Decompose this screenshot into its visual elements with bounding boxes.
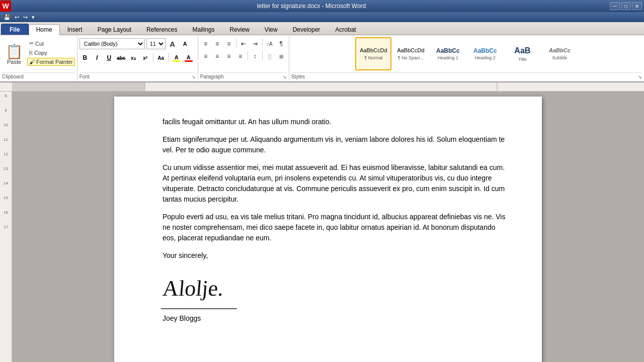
clipboard-group: 📋 Paste ✂ Cut ⎘ Copy 🖌 Format Painter (0, 36, 77, 80)
style-title[interactable]: AaB Title (504, 37, 540, 70)
subscript-button[interactable]: x₂ (128, 52, 139, 63)
undo-quick-btn[interactable]: ↩ (13, 14, 21, 21)
paragraph-group-label: Paragraph ↘ (200, 72, 287, 80)
highlight-color (173, 60, 181, 62)
font-grow-button[interactable]: A (167, 38, 178, 49)
styles-gallery: AaBbCcDd ¶ Normal AaBbCcDd ¶ No Spaci...… (355, 37, 578, 70)
ribbon: 📋 Paste ✂ Cut ⎘ Copy 🖌 Format Painter (0, 35, 644, 82)
style-subtitle[interactable]: AaBbCc Subtitle (541, 37, 578, 70)
style-subtitle-label: Subtitle (552, 55, 567, 60)
shading-button[interactable]: ░ (264, 51, 275, 62)
style-normal[interactable]: AaBbCcDd ¶ Normal (355, 37, 391, 70)
save-quick-btn[interactable]: 💾 (2, 14, 12, 21)
tab-view[interactable]: View (257, 24, 285, 35)
styles-group: AaBbCcDd ¶ Normal AaBbCcDd ¶ No Spaci...… (289, 36, 644, 80)
close-button[interactable]: ✕ (632, 2, 642, 10)
maximize-button[interactable]: □ (621, 2, 631, 10)
signature-section: Alolje. Joey Bloggs (163, 268, 506, 324)
ruler-scale (12, 82, 644, 91)
underline-button[interactable]: U (104, 52, 115, 63)
tab-file[interactable]: File (1, 24, 29, 35)
paragraph-row1: ≡ ≡ ≡ ⇤ ⇥ ↕A ¶ (200, 38, 287, 49)
redo-quick-btn[interactable]: ↪ (22, 14, 29, 21)
increase-indent-button[interactable]: ⇥ (250, 38, 261, 49)
quick-access-toolbar: 💾 ↩ ↪ ▾ (0, 12, 644, 22)
paragraph-1-text: facilis feugait omittantur ut. An has ul… (163, 118, 331, 126)
tab-home[interactable]: Home (29, 24, 60, 35)
tab-review[interactable]: Review (222, 24, 257, 35)
align-center-button[interactable]: ≡ (212, 51, 223, 62)
cut-icon: ✂ (29, 40, 34, 47)
tab-references[interactable]: References (139, 24, 185, 35)
style-no-spacing[interactable]: AaBbCcDd ¶ No Spaci... (392, 37, 429, 70)
svg-rect-0 (12, 82, 145, 92)
font-shrink-button[interactable]: A (180, 38, 191, 49)
align-left-button[interactable]: ≡ (200, 51, 211, 62)
font-format-row: B I U abc x₂ x² Aa A A (79, 52, 196, 63)
more-quick-btn[interactable]: ▾ (30, 14, 36, 21)
format-painter-icon: 🖌 (29, 59, 35, 65)
italic-button[interactable]: I (92, 52, 103, 63)
tab-mailings[interactable]: Mailings (185, 24, 222, 35)
font-selectors: Calibri (Body) 11 A A (79, 38, 196, 49)
styles-expand-icon[interactable]: ↘ (638, 74, 642, 79)
style-heading2[interactable]: AaBbCc Heading 2 (467, 37, 503, 70)
style-title-label: Title (518, 57, 527, 62)
paragraph-2: Etiam signiferumque per ut. Aliquando ar… (163, 134, 506, 155)
copy-button[interactable]: ⎘ Copy (27, 49, 75, 57)
style-subtitle-preview: AaBbCc (549, 47, 571, 54)
strikethrough-button[interactable]: abc (116, 52, 127, 63)
paragraph-group: ≡ ≡ ≡ ⇤ ⇥ ↕A ¶ ≡ ≡ ≡ ≡ ↕ ░ ⊞ (198, 36, 289, 80)
cut-button[interactable]: ✂ Cut (27, 39, 75, 48)
font-name-selector[interactable]: Calibri (Body) (79, 38, 145, 49)
text-highlight-button[interactable]: A (171, 52, 182, 63)
divider2 (262, 38, 263, 47)
tab-developer[interactable]: Developer (285, 24, 328, 35)
style-heading2-label: Heading 2 (475, 55, 496, 60)
font-size-selector[interactable]: 11 (146, 38, 166, 49)
title-bar: W letter for signature.docx - Microsoft … (0, 0, 644, 12)
tab-insert[interactable]: Insert (60, 24, 90, 35)
justify-button[interactable]: ≡ (235, 51, 246, 62)
word-icon: W (0, 1, 11, 12)
main-area: 8 9 10 11 12 13 14 15 16 17 facilis feug… (0, 92, 644, 362)
ruler-marker: 8 (5, 94, 7, 98)
paragraph-2-text: Etiam signiferumque per ut. Aliquando ar… (163, 135, 505, 154)
style-no-spacing-label: ¶ No Spaci... (398, 55, 424, 60)
show-marks-button[interactable]: ¶ (276, 38, 287, 49)
paragraph-expand-icon[interactable]: ↘ (283, 74, 287, 79)
bullets-button[interactable]: ≡ (200, 38, 211, 49)
format-painter-button[interactable]: 🖌 Format Painter (27, 58, 75, 66)
style-normal-preview: AaBbCcDd (360, 47, 387, 54)
borders-button[interactable]: ⊞ (276, 51, 287, 62)
paragraph-3-text: Cu unum vidisse assentior mei, mei mutat… (163, 163, 505, 203)
change-case-button[interactable]: Aa (155, 52, 167, 63)
tab-acrobat[interactable]: Acrobat (328, 24, 363, 35)
style-no-spacing-preview: AaBbCcDd (397, 47, 424, 54)
minimize-button[interactable]: ─ (610, 2, 620, 10)
font-color-button[interactable]: A (183, 52, 194, 63)
font-expand-icon[interactable]: ↘ (192, 74, 196, 79)
tab-page-layout[interactable]: Page Layout (90, 24, 139, 35)
style-heading1[interactable]: AaBbCc Heading 1 (430, 37, 466, 70)
sort-button[interactable]: ↕A (264, 38, 275, 49)
ribbon-tabs: File Home Insert Page Layout References … (0, 22, 644, 35)
decrease-indent-button[interactable]: ⇤ (238, 38, 249, 49)
bold-button[interactable]: B (79, 52, 91, 63)
document-area[interactable]: facilis feugait omittantur ut. An has ul… (12, 92, 644, 362)
numbering-button[interactable]: ≡ (212, 38, 223, 49)
paragraph-4-text: Populo everti ad usu, ea vis tale melius… (163, 213, 505, 242)
align-right-button[interactable]: ≡ (223, 51, 234, 62)
superscript-button[interactable]: x² (140, 52, 151, 63)
vertical-ruler: 8 9 10 11 12 13 14 15 16 17 (0, 92, 12, 362)
paste-button[interactable]: 📋 Paste (2, 38, 26, 71)
multilevel-button[interactable]: ≡ (223, 38, 234, 49)
style-title-preview: AaB (514, 46, 530, 55)
divider3 (248, 51, 248, 60)
window-controls: ─ □ ✕ (610, 2, 644, 10)
font-group-label: Font ↘ (79, 72, 196, 80)
style-heading1-label: Heading 1 (438, 55, 458, 60)
line-spacing-button[interactable]: ↕ (250, 51, 261, 62)
document[interactable]: facilis feugait omittantur ut. An has ul… (114, 97, 542, 362)
clipboard-group-label: Clipboard (2, 72, 75, 80)
